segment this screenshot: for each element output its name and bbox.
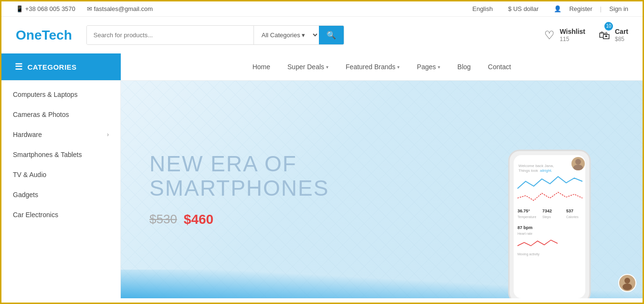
price-old: $530: [149, 212, 177, 227]
search-button[interactable]: 🔍: [319, 26, 344, 44]
svg-text:Welcome back Jana,: Welcome back Jana,: [518, 164, 554, 168]
person-avatar: [618, 273, 637, 294]
hero-title: NEW ERA OF SMARTPHONES: [149, 152, 329, 200]
search-input[interactable]: [87, 26, 253, 44]
language-selector[interactable]: English: [472, 5, 493, 12]
categories-label: CATEGORIES: [28, 63, 77, 71]
nav-blog[interactable]: Blog: [449, 54, 479, 79]
logo[interactable]: OneTech: [16, 28, 72, 43]
wishlist-text: Wishlist 115: [560, 27, 585, 43]
sidebar-item-computers[interactable]: Computers & Laptops: [1, 84, 120, 105]
hero-price: $530 $460: [149, 212, 329, 227]
wishlist-count: 115: [560, 36, 585, 43]
hero-title-line2: SMARTPHONES: [149, 176, 329, 200]
phone-mockup: Welcome back Jana, Things look allright.…: [471, 141, 623, 298]
category-select[interactable]: All Categories ▾: [254, 26, 319, 44]
hamburger-icon: ☰: [15, 62, 23, 72]
nav-links: Home Super Deals ▾ Featured Brands ▾ Pag…: [121, 53, 643, 80]
arrow-icon: ▾: [326, 64, 328, 70]
svg-point-19: [623, 283, 632, 290]
sidebar-item-car-electronics[interactable]: Car Electronics: [1, 205, 120, 225]
register-icon: 👤: [554, 5, 561, 12]
wishlist-item[interactable]: ♡ Wishlist 115: [544, 27, 585, 43]
nav-pages[interactable]: Pages ▾: [408, 54, 449, 79]
arrow-icon3: ▾: [438, 64, 440, 70]
svg-text:7342: 7342: [542, 209, 552, 213]
register-link[interactable]: Register: [569, 5, 592, 12]
chevron-right-icon: ›: [107, 131, 109, 138]
header-right: ♡ Wishlist 115 🛍 10 Cart $85: [544, 27, 628, 43]
nav-home[interactable]: Home: [244, 54, 279, 79]
cart-item[interactable]: 🛍 10 Cart $85: [599, 27, 628, 43]
sidebar-item-tv[interactable]: TV & Audio: [1, 165, 120, 185]
currency-selector[interactable]: $ US dollar: [508, 5, 538, 12]
categories-button[interactable]: ☰ CATEGORIES: [1, 53, 121, 80]
phone-icon: 📱: [16, 5, 23, 12]
phone-info: 📱 +38 068 005 3570: [16, 5, 75, 12]
svg-text:Calories: Calories: [566, 215, 579, 219]
top-bar-left: 📱 +38 068 005 3570 ✉ fastsales@gmail.com: [16, 5, 153, 12]
cart-badge: 10: [604, 22, 613, 31]
svg-text:537: 537: [566, 209, 573, 213]
sidebar-item-smartphones[interactable]: Smartphones & Tablets: [1, 145, 120, 165]
cart-text: Cart $85: [615, 27, 628, 43]
arrow-icon2: ▾: [397, 64, 400, 70]
hero-banner: NEW ERA OF SMARTPHONES $530 $460 Welcome…: [121, 81, 643, 298]
email-address: fastsales@gmail.com: [94, 5, 153, 12]
svg-text:Temperature: Temperature: [517, 215, 536, 219]
hero-title-line1: NEW ERA OF: [149, 152, 329, 176]
svg-point-16: [573, 165, 583, 170]
top-bar: 📱 +38 068 005 3570 ✉ fastsales@gmail.com…: [1, 1, 643, 17]
signin-link[interactable]: Sign in: [609, 5, 628, 12]
email-info: ✉ fastsales@gmail.com: [87, 5, 153, 12]
sidebar-item-cameras[interactable]: Cameras & Photos: [1, 105, 120, 125]
email-icon: ✉: [87, 5, 92, 12]
sidebar: Computers & Laptops Cameras & Photos Har…: [1, 81, 121, 298]
svg-text:allright.: allright.: [540, 168, 552, 173]
wishlist-icon: ♡: [544, 29, 555, 42]
divider3: |: [600, 5, 602, 12]
phone-number: +38 068 005 3570: [25, 5, 75, 12]
svg-text:Heart rate: Heart rate: [517, 232, 532, 235]
wishlist-label: Wishlist: [560, 27, 585, 36]
sidebar-item-hardware[interactable]: Hardware ›: [1, 125, 120, 145]
search-bar: All Categories ▾ 🔍: [86, 25, 344, 45]
content-area: Computers & Laptops Cameras & Photos Har…: [1, 81, 643, 298]
svg-point-18: [624, 278, 630, 283]
nav-superdeals[interactable]: Super Deals ▾: [279, 54, 337, 79]
svg-text:Moving activity: Moving activity: [517, 252, 539, 256]
sidebar-item-gadgets[interactable]: Gadgets: [1, 185, 120, 205]
nav-contact[interactable]: Contact: [479, 54, 519, 79]
nav-featured-brands[interactable]: Featured Brands ▾: [337, 54, 408, 79]
price-new: $460: [184, 212, 213, 227]
svg-point-15: [575, 159, 581, 165]
hero-content: NEW ERA OF SMARTPHONES $530 $460: [149, 152, 329, 227]
header: OneTech All Categories ▾ 🔍 ♡ Wishlist 11…: [1, 17, 643, 53]
nav-bar: ☰ CATEGORIES Home Super Deals ▾ Featured…: [1, 53, 643, 81]
svg-text:36.75°: 36.75°: [517, 209, 530, 213]
cart-label: Cart: [615, 27, 628, 36]
phone-svg: Welcome back Jana, Things look allright.…: [471, 141, 623, 298]
cart-icon: 🛍: [599, 29, 610, 42]
svg-text:Steps: Steps: [542, 215, 551, 219]
svg-text:Things look: Things look: [518, 168, 538, 173]
top-bar-right: English $ US dollar 👤 Register | Sign in: [472, 5, 628, 12]
svg-text:87 bpm: 87 bpm: [517, 225, 533, 230]
cart-price: $85: [615, 36, 628, 43]
